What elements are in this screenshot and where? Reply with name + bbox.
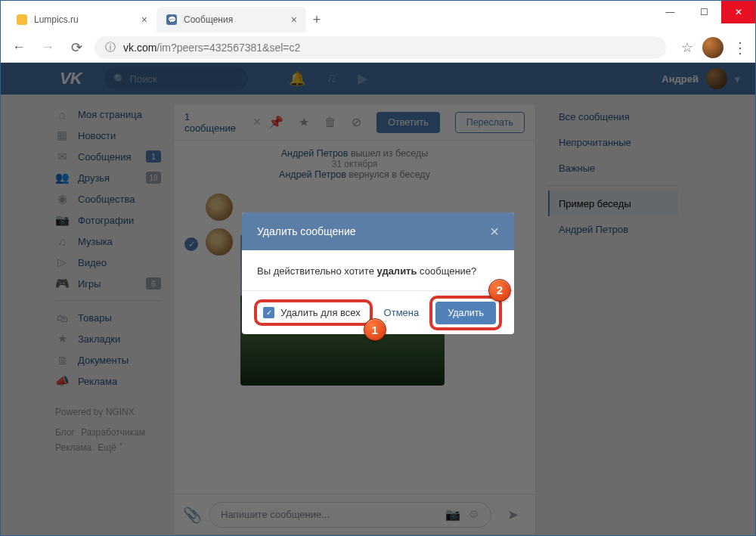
tab-title: Сообщения <box>184 14 233 25</box>
profile-avatar[interactable] <box>702 37 723 58</box>
tab-close-icon[interactable]: × <box>141 14 147 26</box>
modal-close-icon[interactable]: × <box>490 223 499 240</box>
cancel-button[interactable]: Отмена <box>384 307 420 318</box>
forward-button[interactable]: → <box>37 37 58 58</box>
delete-button[interactable]: Удалить <box>435 302 496 324</box>
modal-backdrop[interactable]: Удалить сообщение × Вы действительно хот… <box>1 63 755 535</box>
address-bar: ← → ⟳ ⓘ vk.com/im?peers=432567381&sel=c2… <box>1 33 755 63</box>
reload-button[interactable]: ⟳ <box>66 37 87 58</box>
bookmark-star-icon[interactable]: ☆ <box>681 39 693 56</box>
titlebar: Lumpics.ru × 💬 Сообщения × + — ☐ ✕ <box>1 1 755 33</box>
tab-close-icon[interactable]: × <box>291 14 297 26</box>
url-path: /im?peers=432567381&sel=c2 <box>156 42 300 54</box>
tab-strip: Lumpics.ru × 💬 Сообщения × + <box>1 7 327 33</box>
new-tab-button[interactable]: + <box>306 7 327 33</box>
chrome-window: Lumpics.ru × 💬 Сообщения × + — ☐ ✕ ← → ⟳… <box>0 0 756 536</box>
minimize-button[interactable]: — <box>653 1 687 23</box>
tab-title: Lumpics.ru <box>34 14 79 25</box>
modal-body: Вы действительно хотите удалить сообщени… <box>242 250 514 290</box>
window-controls: — ☐ ✕ <box>653 1 755 23</box>
delete-button-highlight: Удалить 2 <box>429 296 502 330</box>
addrbar-right: ☆ ⋮ <box>681 37 748 58</box>
favicon-vk: 💬 <box>166 14 178 26</box>
favicon-lumpics <box>16 14 28 26</box>
close-window-button[interactable]: ✕ <box>721 1 755 23</box>
back-button[interactable]: ← <box>8 37 29 58</box>
maximize-button[interactable]: ☐ <box>687 1 721 23</box>
vk-page: VK 🔍 Поиск 🔔 ♫ ▶ Андрей ▾ ⌂Моя страница▦… <box>1 63 755 535</box>
chrome-menu-icon[interactable]: ⋮ <box>733 39 748 57</box>
callout-1: 1 <box>364 318 386 341</box>
modal-header: Удалить сообщение × <box>242 212 514 250</box>
url-host: vk.com <box>123 42 156 54</box>
tab-vk-messages[interactable]: 💬 Сообщения × <box>156 7 306 33</box>
tab-lumpics[interactable]: Lumpics.ru × <box>7 7 156 33</box>
checkbox-checked-icon: ✓ <box>263 307 274 318</box>
callout-2: 2 <box>488 279 511 302</box>
site-info-icon[interactable]: ⓘ <box>105 41 116 54</box>
delete-for-all-checkbox[interactable]: ✓ Удалить для всех 1 <box>254 299 373 326</box>
modal-footer: ✓ Удалить для всех 1 Отмена Удалить 2 <box>242 290 514 334</box>
modal-title: Удалить сообщение <box>257 225 356 237</box>
url-field[interactable]: ⓘ vk.com/im?peers=432567381&sel=c2 <box>94 36 666 59</box>
checkbox-label: Удалить для всех <box>280 307 361 318</box>
delete-message-modal: Удалить сообщение × Вы действительно хот… <box>242 212 514 334</box>
